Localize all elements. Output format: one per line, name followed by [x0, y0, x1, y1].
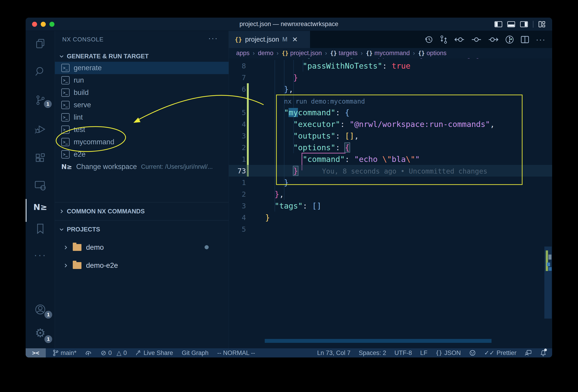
close-window-button[interactable] [32, 22, 37, 27]
section-projects[interactable]: PROJECTS [55, 220, 229, 238]
terminal-icon: >_ [61, 76, 70, 85]
folder-icon [73, 262, 82, 269]
split-editor-icon[interactable] [521, 36, 529, 43]
explorer-icon[interactable] [26, 33, 55, 54]
code-line[interactable]: nx run demo:mycommand [229, 95, 552, 107]
live-share-button[interactable]: Live Share [136, 349, 173, 356]
more-views-icon[interactable]: ··· [26, 244, 55, 266]
run-debug-icon[interactable] [26, 118, 55, 140]
code-line[interactable]: 7 } [229, 72, 552, 83]
nx-console-icon[interactable]: N≥ [26, 196, 55, 218]
target-item-e2e[interactable]: >_e2e [55, 148, 229, 161]
target-item-test[interactable]: >_test [55, 124, 229, 136]
more-actions-icon[interactable]: ··· [536, 35, 546, 44]
cloud-upload-icon [85, 350, 92, 356]
language-mode[interactable]: {} JSON [436, 349, 461, 356]
code-text: } [265, 213, 270, 222]
git-graph-button[interactable]: Git Graph [182, 349, 208, 356]
code-text: } [265, 178, 289, 187]
code-line[interactable]: 6 }, [229, 83, 552, 95]
source-control-icon[interactable]: 1 [26, 89, 55, 111]
eol-setting[interactable]: LF [420, 349, 428, 356]
sync-changes-button[interactable] [85, 350, 92, 356]
code-text: "jestConfig": "apps/demo/jest.config.js"… [265, 58, 495, 59]
breadcrumb-demo[interactable]: demo [258, 50, 273, 57]
terminal-icon: >_ [61, 138, 70, 146]
breadcrumb-project.json[interactable]: {}project.json [282, 50, 322, 57]
code-area[interactable]: "jestConfig": "apps/demo/jest.config.js"… [229, 58, 552, 348]
target-item-serve[interactable]: >_serve [55, 99, 229, 111]
tab-project-json[interactable]: {} project.json M ✕ [229, 31, 310, 48]
code-line[interactable]: 4 "executor": "@nrwl/workspace:run-comma… [229, 118, 552, 130]
customize-layout-icon[interactable] [538, 21, 545, 27]
extensions-icon[interactable] [26, 147, 55, 169]
section-label: COMMON NX COMMANDS [67, 208, 144, 215]
accounts-icon[interactable]: 1 [26, 299, 55, 320]
chevron-down-icon [59, 54, 64, 59]
project-item-demo[interactable]: demo [55, 238, 229, 256]
timeline-history-icon[interactable] [425, 36, 433, 44]
code-line[interactable]: 4} [229, 212, 552, 223]
code-line[interactable]: 3 "outputs": [], [229, 130, 552, 142]
indentation-setting[interactable]: Spaces: 2 [359, 349, 386, 356]
maximize-window-button[interactable] [49, 22, 54, 27]
code-line[interactable]: 5 "mycommand": { [229, 107, 552, 118]
code-line[interactable]: "jestConfig": "apps/demo/jest.config.js"… [229, 58, 552, 60]
code-line[interactable]: 5 [229, 223, 552, 235]
search-icon[interactable] [26, 60, 55, 82]
change-workspace-item[interactable]: N≥ Change workspace Current: /Users/juri… [55, 161, 229, 173]
settings-gear-icon[interactable]: ⚙ 1 [26, 322, 55, 344]
code-line[interactable]: 2 "options": { [229, 142, 552, 153]
breadcrumb-apps[interactable]: apps [236, 50, 250, 57]
github-status-icon[interactable] [469, 349, 476, 356]
minimize-window-button[interactable] [41, 22, 46, 27]
compare-changes-icon[interactable] [440, 35, 448, 44]
remote-explorer-icon[interactable] [26, 175, 55, 197]
horizontal-scrollbar[interactable] [265, 339, 491, 343]
project-item-demo-e2e[interactable]: demo-e2e [55, 256, 229, 274]
section-generate-run-target[interactable]: GENERATE & RUN TARGET [55, 51, 229, 61]
remote-indicator[interactable]: >< [26, 348, 46, 357]
toggle-sidebar-icon[interactable] [494, 21, 502, 27]
next-change-icon[interactable] [488, 36, 498, 44]
modified-indicator: M [282, 36, 288, 43]
overview-ruler-mark [548, 255, 551, 260]
live-share-contacts-icon[interactable] [525, 350, 531, 356]
current-change-icon[interactable] [471, 36, 482, 44]
encoding-setting[interactable]: UTF-8 [394, 349, 412, 356]
notifications-bell-icon[interactable] [540, 349, 546, 356]
json-node-icon: {} [418, 50, 425, 56]
code-line[interactable]: 8 "passWithNoTests": true [229, 60, 552, 72]
target-item-generate[interactable]: >_generate [55, 62, 229, 74]
branch-indicator[interactable]: main* [53, 349, 76, 356]
code-line[interactable]: 73 }You, 8 seconds ago • Uncommitted cha… [229, 165, 552, 176]
breadcrumb-targets[interactable]: {}targets [330, 50, 357, 57]
line-number: 5 [229, 108, 246, 117]
prettier-status[interactable]: ✓✓ Prettier [484, 349, 517, 356]
codelens-run-command[interactable]: nx run demo:mycommand [284, 98, 365, 105]
close-tab-icon[interactable]: ✕ [292, 36, 298, 44]
toggle-secondary-sidebar-icon[interactable] [520, 21, 528, 27]
bookmarks-icon[interactable] [26, 218, 55, 240]
breadcrumb-options[interactable]: {}options [418, 50, 446, 57]
breadcrumb-mycommand[interactable]: {}mycommand [366, 50, 410, 57]
cursor-position[interactable]: Ln 73, Col 7 [317, 349, 350, 356]
line-number: 7 [229, 73, 246, 82]
target-item-build[interactable]: >_build [55, 87, 229, 99]
sidebar-more-actions-icon[interactable]: ··· [208, 34, 218, 43]
vim-mode-indicator[interactable]: -- NORMAL -- [217, 349, 255, 356]
code-line[interactable]: 3 "tags": [] [229, 200, 552, 212]
problems-indicator[interactable]: ⊘ 0 △ 0 [101, 349, 127, 357]
commit-graph-icon[interactable] [505, 35, 514, 44]
folder-icon [73, 244, 82, 251]
toggle-panel-icon[interactable] [507, 21, 515, 27]
code-line[interactable]: 1 "command": "echo \"bla\"" [229, 153, 552, 165]
section-common-nx-commands[interactable]: COMMON NX COMMANDS [55, 202, 229, 220]
nx-logo-icon: N≥ [61, 163, 72, 171]
target-item-lint[interactable]: >_lint [55, 111, 229, 124]
previous-change-icon[interactable] [454, 36, 465, 44]
code-line[interactable]: 2 }, [229, 188, 552, 200]
target-item-mycommand[interactable]: >_mycommand [55, 136, 229, 148]
code-line[interactable]: 1 } [229, 176, 552, 188]
target-item-run[interactable]: >_run [55, 74, 229, 87]
